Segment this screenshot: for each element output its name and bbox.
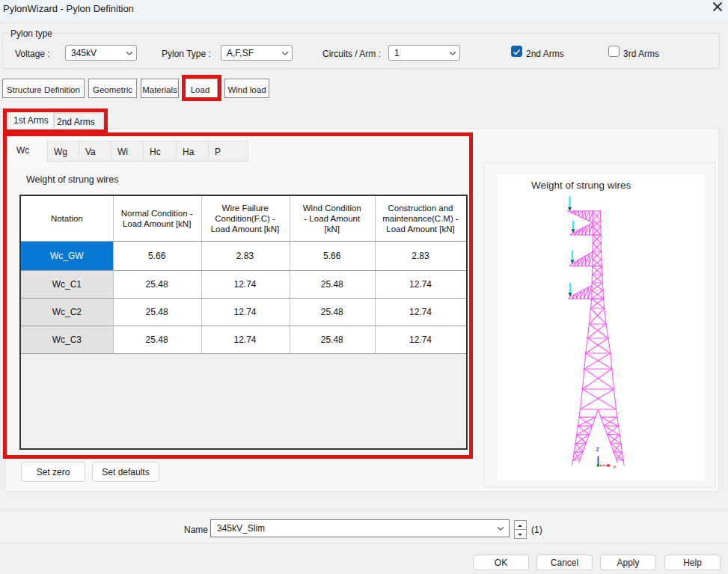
svg-text:x: x [614, 463, 617, 470]
svg-text:z: z [596, 445, 600, 453]
